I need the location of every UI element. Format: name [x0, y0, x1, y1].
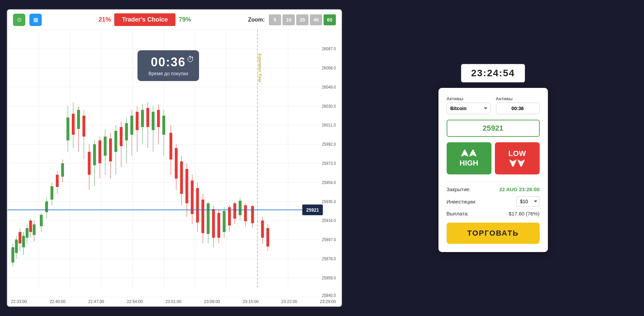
svg-rect-43 — [22, 236, 25, 247]
time-label-7: 23:15:00 — [242, 299, 259, 304]
invest-selector[interactable]: $10 $25 $50 $100 — [516, 196, 540, 207]
zoom-5[interactable]: 5 — [269, 14, 281, 25]
svg-text:Expiration Time: Expiration Time — [258, 54, 262, 82]
timer-time: 00:36 — [146, 55, 191, 69]
payout-label: Выплата: — [447, 211, 469, 216]
svg-rect-111 — [201, 199, 204, 233]
asset-selector[interactable]: Bitcoin — [447, 103, 490, 114]
direction-buttons: ⮝⮝ HIGH LOW ⮟⮟ — [447, 142, 540, 174]
timer-overlay: ⏱ 00:36 Время до покупки — [137, 50, 199, 81]
timer-label: Время до покупки — [146, 71, 191, 76]
svg-text:26030.0: 26030.0 — [322, 104, 336, 108]
svg-rect-45 — [26, 228, 28, 238]
svg-rect-39 — [15, 240, 18, 253]
svg-text:25921: 25921 — [306, 207, 319, 213]
svg-rect-59 — [61, 163, 64, 177]
zoom-20[interactable]: 20 — [296, 14, 308, 25]
svg-rect-75 — [104, 136, 106, 156]
svg-text:25897.0: 25897.0 — [322, 237, 336, 242]
zoom-buttons: 5 10 20 40 60 — [269, 14, 336, 25]
time-label-5: 23:01:00 — [166, 299, 182, 304]
chart-panel: ⊙ ▦ 21% Trader's Choice 79% Zoom: 5 10 2… — [7, 9, 342, 307]
circle-chart-btn[interactable]: ⊙ — [13, 14, 25, 26]
time-label-3: 22:47:00 — [88, 299, 104, 304]
svg-rect-101 — [175, 148, 178, 179]
arrows-down-icon: ⮟⮟ — [509, 159, 525, 168]
svg-rect-97 — [162, 116, 165, 135]
svg-rect-113 — [207, 203, 209, 234]
svg-rect-65 — [77, 110, 80, 129]
svg-rect-125 — [239, 201, 241, 215]
svg-text:26011.0: 26011.0 — [322, 123, 336, 128]
svg-rect-123 — [233, 203, 236, 219]
svg-text:25878.0: 25878.0 — [322, 256, 336, 261]
time-label-8: 23:22:00 — [281, 299, 297, 304]
assets-label-2: Активы — [496, 96, 540, 101]
svg-rect-77 — [109, 139, 112, 161]
svg-rect-57 — [56, 175, 58, 187]
svg-rect-132 — [261, 221, 264, 238]
chart-time-labels: 22:33:00 22:40:00 22:47:00 22:54:00 23:0… — [8, 297, 341, 306]
svg-rect-134 — [266, 228, 269, 247]
traders-choice-badge: Trader's Choice — [114, 13, 175, 26]
svg-rect-53 — [45, 201, 48, 212]
svg-rect-51 — [40, 215, 42, 226]
svg-rect-73 — [98, 141, 101, 163]
svg-rect-61 — [66, 118, 69, 141]
chart-area: 26087.0 26068.0 26049.0 26030.0 26011.0 … — [8, 30, 341, 297]
time-label-2: 22:40:00 — [50, 299, 66, 304]
svg-rect-55 — [51, 186, 53, 199]
zoom-40[interactable]: 40 — [310, 14, 322, 25]
asset-time-input[interactable] — [496, 103, 540, 114]
time-label-9: 23:29:00 — [320, 299, 336, 304]
svg-rect-89 — [141, 110, 144, 127]
low-label: LOW — [508, 149, 526, 158]
svg-rect-67 — [82, 116, 85, 136]
svg-rect-37 — [11, 247, 14, 263]
pct-red: 21% — [98, 16, 111, 23]
svg-text:25859.0: 25859.0 — [322, 275, 336, 280]
zoom-10[interactable]: 10 — [282, 14, 295, 25]
svg-rect-99 — [169, 133, 172, 159]
bar-chart-btn[interactable]: ▦ — [29, 14, 42, 26]
zoom-60[interactable]: 60 — [324, 14, 336, 25]
info-section: Закрытие: 22 AUG 23:26:00 Инвестиции: $1… — [447, 181, 540, 244]
invest-row: Инвестиции: $10 $25 $50 $100 — [447, 196, 540, 207]
svg-rect-109 — [196, 188, 199, 222]
close-label: Закрытие: — [447, 186, 471, 192]
close-value: 22 AUG 23:26:00 — [499, 186, 540, 192]
svg-rect-47 — [29, 221, 32, 232]
svg-text:25935.0: 25935.0 — [322, 199, 336, 204]
svg-rect-95 — [157, 110, 160, 127]
zoom-label: Zoom: — [248, 17, 265, 23]
svg-rect-79 — [115, 131, 117, 152]
svg-rect-49 — [33, 224, 36, 235]
svg-text:25840.0: 25840.0 — [322, 293, 336, 297]
svg-rect-81 — [120, 127, 122, 146]
time-label-6: 23:08:00 — [204, 299, 220, 304]
svg-rect-105 — [185, 169, 188, 203]
asset-group-2: Активы — [496, 96, 540, 114]
trading-card: Активы Bitcoin Активы 25921 ⮝⮝ HIGH LOW … — [438, 88, 548, 252]
svg-text:25973.0: 25973.0 — [322, 161, 336, 166]
time-label-4: 22:54:00 — [127, 299, 143, 304]
svg-rect-71 — [93, 144, 96, 165]
high-button[interactable]: ⮝⮝ HIGH — [447, 142, 491, 174]
svg-rect-117 — [218, 213, 220, 238]
svg-text:25916.0: 25916.0 — [322, 218, 336, 223]
payout-row: Выплата: $17.60 (76%) — [447, 211, 540, 216]
pct-green: 79% — [179, 16, 191, 23]
svg-rect-63 — [72, 114, 75, 134]
arrows-up-icon: ⮝⮝ — [461, 149, 477, 157]
low-button[interactable]: LOW ⮟⮟ — [495, 142, 540, 174]
svg-rect-103 — [180, 161, 183, 194]
svg-text:26087.0: 26087.0 — [322, 47, 336, 51]
price-display: 25921 — [447, 120, 540, 137]
right-panel: 23:24:54 Активы Bitcoin Активы 25921 ⮝⮝ … — [349, 57, 637, 259]
svg-rect-129 — [251, 206, 254, 223]
svg-rect-91 — [146, 108, 149, 127]
svg-text:26068.0: 26068.0 — [322, 66, 336, 70]
svg-rect-127 — [244, 205, 247, 221]
svg-rect-83 — [125, 123, 128, 140]
trade-button[interactable]: ТОРГОВАТЬ — [447, 223, 540, 244]
